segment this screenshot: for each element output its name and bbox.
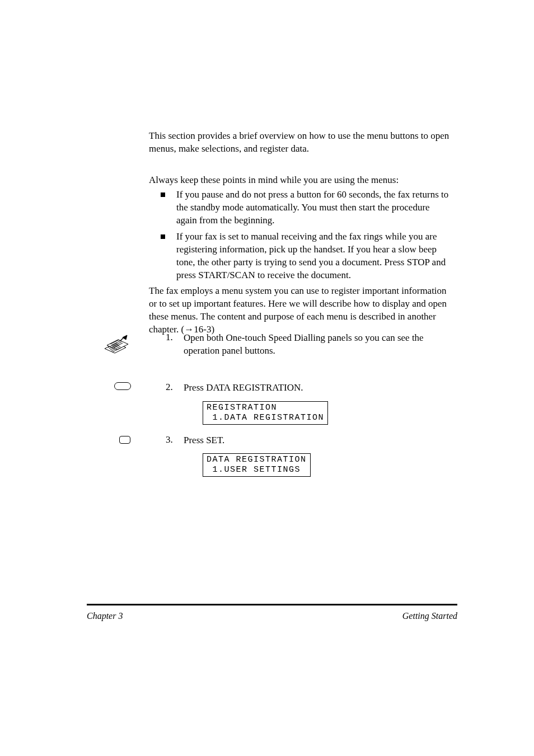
footer-title: Getting Started xyxy=(402,611,457,621)
svg-line-9 xyxy=(120,337,124,341)
list-item: 2. Press DATA REGISTRATION. xyxy=(166,382,451,395)
bullet-list: If you pause and do not press a button f… xyxy=(161,189,452,285)
list-item: If you pause and do not press a button f… xyxy=(161,189,452,227)
step-1: 1. Open both One-touch Speed Dialling pa… xyxy=(166,332,451,361)
lcd-line: DATA REGISTRATION xyxy=(207,455,307,464)
footer-rule xyxy=(87,604,457,605)
step-text: Open both One-touch Speed Dialling panel… xyxy=(184,332,451,358)
bullet-icon xyxy=(161,192,165,197)
list-item: 1. Open both One-touch Speed Dialling pa… xyxy=(166,332,451,358)
page-footer: Chapter 3 Getting Started xyxy=(87,611,457,621)
lcd-display: DATA REGISTRATION 1.USER SETTINGS xyxy=(203,453,311,477)
step-3: 3. Press SET. xyxy=(166,434,451,450)
list-item: If your fax is set to manual receiving a… xyxy=(161,231,452,282)
operation-panel-icon xyxy=(104,333,129,356)
step-number: 1. xyxy=(166,332,176,358)
intro-paragraph: This section provides a brief overview o… xyxy=(149,130,451,156)
lcd-line: REGISTRATION xyxy=(207,403,277,412)
lcd-line: 1.USER SETTINGS xyxy=(207,465,301,475)
bullet-icon xyxy=(161,234,165,239)
footer-chapter: Chapter 3 xyxy=(87,611,123,621)
document-page: This section provides a brief overview o… xyxy=(0,0,534,756)
step-number: 3. xyxy=(166,434,176,447)
bullet-text: If you pause and do not press a button f… xyxy=(176,189,452,227)
menu-system-paragraph: The fax employs a menu system you can us… xyxy=(149,285,451,336)
step-number: 2. xyxy=(166,382,176,395)
step-text: Press SET. xyxy=(184,434,451,447)
list-item: 3. Press SET. xyxy=(166,434,451,447)
step-2: 2. Press DATA REGISTRATION. xyxy=(166,382,451,398)
lcd-line: 1.DATA REGISTRATION xyxy=(207,413,324,422)
bullet-text: If your fax is set to manual receiving a… xyxy=(176,231,452,282)
before-you-start-text: Always keep these points in mind while y… xyxy=(149,174,451,187)
set-button-icon xyxy=(119,436,130,444)
lcd-display: REGISTRATION 1.DATA REGISTRATION xyxy=(203,401,328,425)
data-registration-button-icon xyxy=(114,382,131,390)
step-text: Press DATA REGISTRATION. xyxy=(184,382,451,395)
